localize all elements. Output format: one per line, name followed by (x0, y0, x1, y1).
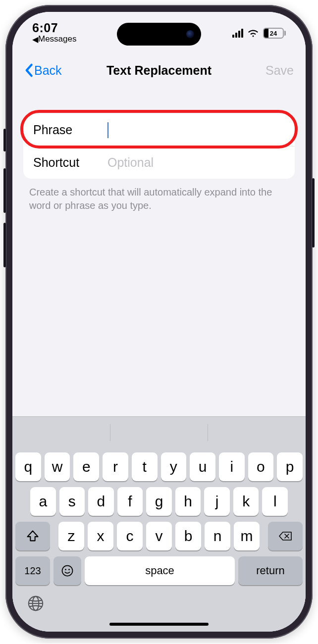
volume-down-button (3, 223, 6, 267)
key-e[interactable]: e (73, 452, 99, 481)
emoji-icon (60, 564, 74, 578)
content-area: Phrase Shortcut Create a shortcut that w… (12, 84, 306, 416)
key-b[interactable]: b (175, 522, 201, 550)
back-to-app[interactable]: ◀︎ Messages (32, 34, 76, 44)
suggestion-bar[interactable] (12, 417, 306, 448)
nav-bar: Back Text Replacement Save (12, 56, 306, 84)
backspace-icon (278, 529, 292, 543)
volume-up-button (3, 168, 6, 213)
key-j[interactable]: j (204, 487, 230, 516)
key-x[interactable]: x (88, 522, 113, 550)
numbers-key[interactable]: 123 (15, 556, 50, 585)
key-y[interactable]: y (161, 452, 187, 481)
side-button (3, 129, 6, 151)
shortcut-label: Shortcut (33, 155, 107, 170)
phrase-row[interactable]: Phrase (23, 114, 295, 146)
wifi-icon (247, 29, 259, 38)
power-button (312, 178, 315, 248)
shift-icon (26, 529, 40, 543)
phrase-input[interactable] (107, 123, 285, 137)
key-v[interactable]: v (146, 522, 172, 550)
shortcut-row[interactable]: Shortcut (23, 147, 295, 179)
space-key[interactable]: space (85, 556, 235, 585)
key-l[interactable]: l (262, 487, 288, 516)
save-button[interactable]: Save (265, 63, 294, 78)
key-o[interactable]: o (248, 452, 274, 481)
key-p[interactable]: p (277, 452, 303, 481)
emoji-key[interactable] (53, 556, 81, 585)
key-h[interactable]: h (175, 487, 201, 516)
key-k[interactable]: k (233, 487, 259, 516)
key-u[interactable]: u (190, 452, 215, 481)
battery-icon: 24 (263, 28, 286, 39)
bottom-dock (12, 592, 306, 632)
key-w[interactable]: w (45, 452, 70, 481)
battery-percent: 24 (264, 29, 283, 38)
help-text: Create a shortcut that will automaticall… (29, 186, 289, 212)
shortcut-input[interactable] (107, 155, 285, 170)
key-s[interactable]: s (59, 487, 85, 516)
text-cursor (107, 122, 108, 138)
key-q[interactable]: q (15, 452, 41, 481)
svg-point-2 (68, 569, 70, 570)
iphone-frame: 6:07 ◀︎ Messages 24 (5, 5, 313, 639)
key-t[interactable]: t (132, 452, 158, 481)
globe-key[interactable] (27, 595, 44, 612)
chevron-left-icon (24, 63, 33, 77)
back-button[interactable]: Back (24, 63, 62, 78)
key-f[interactable]: f (117, 487, 143, 516)
back-to-app-label: Messages (38, 34, 76, 44)
globe-icon (27, 595, 44, 612)
status-time: 6:07 (32, 21, 76, 35)
back-label: Back (34, 63, 62, 78)
camera-lens (186, 30, 194, 38)
key-i[interactable]: i (219, 452, 245, 481)
screen: 6:07 ◀︎ Messages 24 (12, 12, 306, 632)
key-n[interactable]: n (205, 522, 230, 550)
key-r[interactable]: r (103, 452, 128, 481)
backspace-key[interactable] (268, 522, 303, 550)
return-key[interactable]: return (238, 556, 303, 585)
svg-point-1 (65, 569, 66, 570)
dynamic-island (117, 23, 201, 46)
form-card: Phrase Shortcut (23, 114, 295, 179)
key-c[interactable]: c (117, 522, 143, 550)
key-g[interactable]: g (146, 487, 172, 516)
key-z[interactable]: z (58, 522, 84, 550)
cellular-icon (232, 29, 243, 38)
key-m[interactable]: m (234, 522, 260, 550)
key-d[interactable]: d (88, 487, 114, 516)
key-a[interactable]: a (30, 487, 56, 516)
page-title: Text Replacement (106, 63, 212, 78)
shift-key[interactable] (15, 522, 50, 550)
svg-point-0 (62, 566, 73, 576)
chevron-left-icon: ◀︎ (32, 35, 38, 44)
home-indicator[interactable] (109, 623, 209, 626)
keyboard: qwertyuiop asdfghjkl zxcvbnm 123 (12, 416, 306, 632)
phrase-label: Phrase (33, 123, 107, 137)
